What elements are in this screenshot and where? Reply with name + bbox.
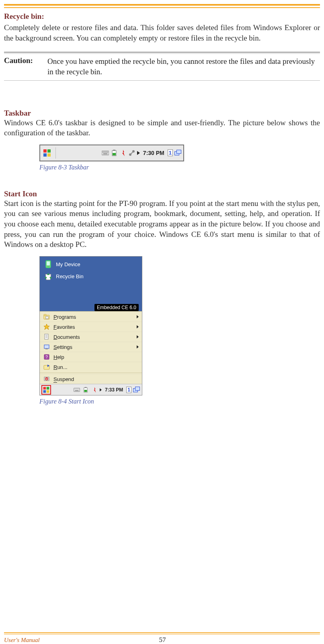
svg-rect-1 xyxy=(47,149,51,153)
caution-text: Once you have emptied the recycle bin, y… xyxy=(47,56,320,77)
clock[interactable]: 7:30 PM xyxy=(141,150,166,156)
clock-small[interactable]: 7:33 PM xyxy=(103,387,125,393)
keyboard-icon[interactable] xyxy=(73,386,80,393)
desktop-area: My Device Recycle Bin Embedded CE 6.0 xyxy=(40,257,142,311)
desktop-switch-icon[interactable] xyxy=(174,150,182,156)
heading-start-icon: Start Icon xyxy=(4,190,320,198)
svg-rect-18 xyxy=(47,261,50,265)
submenu-arrow-icon xyxy=(137,325,139,328)
menu-programs-label: Programs xyxy=(53,314,133,320)
desktop-my-device-label: My Device xyxy=(56,261,80,267)
svg-rect-6 xyxy=(104,152,105,153)
power-plug-icon[interactable] xyxy=(119,149,127,157)
system-tray: 7:30 PM 1 xyxy=(102,149,182,157)
favorites-icon xyxy=(43,323,50,330)
figure-caption-start-icon: Figure 8-4 Start Icon xyxy=(39,398,320,405)
footer-left: User's Manual xyxy=(4,637,40,644)
programs-icon xyxy=(43,313,50,320)
recycle-bin-icon xyxy=(44,272,53,281)
system-tray-small: 7:33 PM 1 xyxy=(73,386,140,393)
documents-icon xyxy=(43,333,50,340)
caution-label: Caution: xyxy=(4,56,41,77)
keyboard-icon[interactable] xyxy=(102,149,109,157)
start-menu-taskbar: 7:33 PM 1 xyxy=(40,384,142,395)
input-indicator[interactable]: 1 xyxy=(168,149,173,156)
power-plug-icon[interactable] xyxy=(91,386,98,393)
desktop-my-device[interactable]: My Device xyxy=(44,260,138,269)
taskbar-mock: 7:30 PM 1 xyxy=(39,145,184,161)
top-divider xyxy=(4,4,320,8)
svg-rect-41 xyxy=(75,390,79,391)
taskbar-separator xyxy=(55,147,56,159)
expand-tray-icon[interactable] xyxy=(137,151,140,155)
figure-caption-taskbar: Figure 8-3 Taskbar xyxy=(39,164,320,171)
svg-rect-38 xyxy=(43,390,46,393)
svg-rect-7 xyxy=(105,152,106,153)
svg-rect-22 xyxy=(46,316,48,319)
desktop-recycle-bin[interactable]: Recycle Bin xyxy=(44,272,138,281)
svg-rect-5 xyxy=(103,152,103,153)
menu-help[interactable]: ? Help xyxy=(40,352,142,362)
run-icon xyxy=(43,363,50,371)
menu-documents[interactable]: Documents xyxy=(40,332,142,342)
svg-text:?: ? xyxy=(45,355,48,359)
footer-page-number: 57 xyxy=(159,636,166,644)
svg-rect-37 xyxy=(47,387,49,389)
battery-icon[interactable] xyxy=(82,386,89,393)
svg-line-16 xyxy=(131,152,133,154)
svg-marker-23 xyxy=(44,324,49,330)
svg-rect-2 xyxy=(43,153,47,157)
submenu-arrow-icon xyxy=(137,315,139,318)
caution-box: Caution: Once you have emptied the recyc… xyxy=(4,52,320,80)
submenu-arrow-icon xyxy=(137,345,139,348)
menu-settings-label: Settings xyxy=(53,344,133,350)
svg-rect-9 xyxy=(107,152,108,153)
section-recycle-bin: Recycle bin: Completely delete or restor… xyxy=(4,12,320,43)
section-taskbar: Taskbar Windows CE 6.0's taskbar is desi… xyxy=(4,109,320,171)
page-footer: User's Manual 57 User's Manual xyxy=(4,632,320,644)
menu-settings[interactable]: Settings xyxy=(40,342,142,352)
menu-favorites[interactable]: Favorites xyxy=(40,322,142,332)
menu-run-label: Run... xyxy=(53,364,139,370)
heading-taskbar: Taskbar xyxy=(4,109,320,118)
svg-rect-40 xyxy=(74,388,80,391)
menu-documents-label: Documents xyxy=(53,334,133,340)
menu-favorites-label: Favorites xyxy=(53,324,133,330)
heading-recycle-bin: Recycle bin: xyxy=(4,12,320,21)
settings-icon xyxy=(43,343,50,351)
svg-rect-8 xyxy=(106,152,107,153)
menu-help-label: Help xyxy=(53,354,139,360)
battery-icon[interactable] xyxy=(111,149,118,157)
submenu-arrow-icon xyxy=(137,335,139,338)
svg-rect-4 xyxy=(102,151,109,155)
menu-suspend[interactable]: Suspend xyxy=(40,374,142,384)
svg-rect-28 xyxy=(44,345,49,348)
start-button[interactable] xyxy=(42,148,52,158)
svg-rect-0 xyxy=(43,149,47,153)
svg-rect-3 xyxy=(47,153,51,157)
svg-rect-21 xyxy=(44,314,46,316)
input-indicator-small[interactable]: 1 xyxy=(126,387,131,393)
svg-point-19 xyxy=(48,266,49,267)
body-taskbar: Windows CE 6.0's taskbar is designed to … xyxy=(4,118,320,138)
svg-rect-10 xyxy=(103,153,107,154)
section-start-icon: Start Icon Start icon is the starting po… xyxy=(4,190,320,405)
suspend-icon xyxy=(43,375,50,383)
connection-icon[interactable] xyxy=(128,149,135,157)
menu-run[interactable]: Run... xyxy=(40,362,142,372)
menu-programs[interactable]: Programs xyxy=(40,312,142,322)
figure-start-icon: My Device Recycle Bin Embedded CE 6.0 xyxy=(39,256,320,405)
desktop-switch-icon[interactable] xyxy=(133,387,140,393)
svg-rect-39 xyxy=(47,390,49,393)
windows-flag-icon xyxy=(43,386,50,393)
figure-taskbar: 7:30 PM 1 Figure 8-3 Taskbar xyxy=(39,145,320,171)
help-icon: ? xyxy=(43,353,50,361)
svg-rect-36 xyxy=(43,387,46,389)
expand-tray-icon[interactable] xyxy=(100,388,102,391)
menu-suspend-label: Suspend xyxy=(53,376,139,382)
os-brand-label: Embedded CE 6.0 xyxy=(94,304,139,311)
body-recycle-bin: Completely delete or restore files and d… xyxy=(4,22,320,43)
start-button-highlighted[interactable] xyxy=(41,385,51,395)
svg-rect-44 xyxy=(84,390,87,392)
windows-flag-icon xyxy=(43,149,51,157)
